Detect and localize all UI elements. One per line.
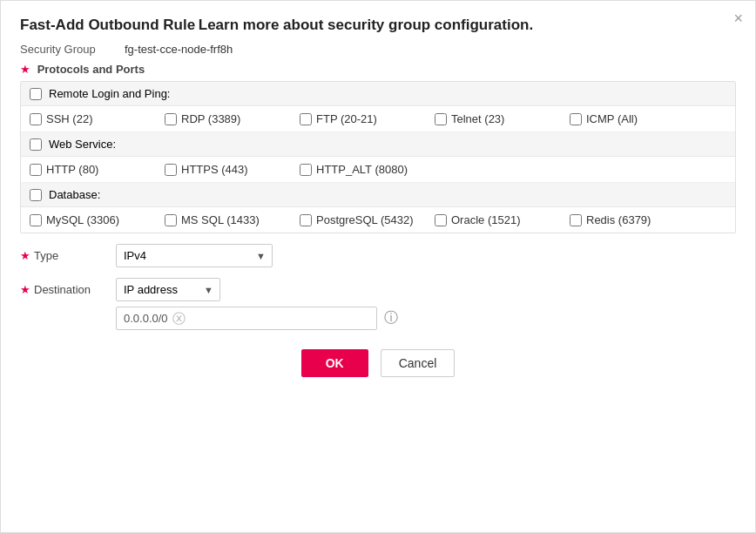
cancel-button[interactable]: Cancel: [381, 349, 456, 377]
type-select-wrapper: IPv4 IPv6 ▼: [116, 244, 273, 267]
destination-select-wrapper: IP address Security group Any ▼: [116, 278, 220, 301]
mssql-checkbox[interactable]: [165, 214, 177, 226]
ftp-item: FTP (20-21): [300, 112, 435, 125]
http-alt-checkbox[interactable]: [300, 164, 312, 176]
destination-label: Destination: [34, 283, 91, 296]
db-group-label: Database:: [49, 188, 100, 201]
oracle-item: Oracle (1521): [435, 213, 570, 226]
postgres-checkbox[interactable]: [300, 214, 312, 226]
postgres-label: PostgreSQL (5432): [316, 213, 414, 226]
oracle-checkbox[interactable]: [435, 214, 447, 226]
web-items-row: HTTP (80) HTTPS (443) HTTP_ALT (8080): [21, 157, 735, 183]
icmp-checkbox[interactable]: [570, 113, 582, 125]
rdp-checkbox[interactable]: [165, 113, 177, 125]
remote-group-label: Remote Login and Ping:: [49, 87, 170, 100]
ftp-label: FTP (20-21): [316, 112, 377, 125]
ip-input-box: 0.0.0.0/0 ⓧ: [116, 307, 377, 330]
type-required-mark: ★: [20, 249, 30, 262]
https-label: HTTPS (443): [181, 163, 248, 176]
ip-tag: 0.0.0.0/0 ⓧ: [124, 312, 186, 325]
ip-input-row: 0.0.0.0/0 ⓧ ⓘ: [116, 307, 736, 330]
ftp-checkbox[interactable]: [300, 113, 312, 125]
remote-group-checkbox[interactable]: [30, 88, 42, 100]
telnet-label: Telnet (23): [451, 112, 504, 125]
oracle-label: Oracle (1521): [451, 213, 520, 226]
telnet-item: Telnet (23): [435, 112, 570, 125]
destination-label-container: ★ Destination: [20, 283, 116, 296]
type-row: ★ Type IPv4 IPv6 ▼: [20, 244, 736, 267]
destination-row: ★ Destination IP address Security group …: [20, 278, 736, 301]
ip-value: 0.0.0.0/0: [124, 312, 168, 325]
http-item: HTTP (80): [30, 163, 165, 176]
rdp-item: RDP (3389): [165, 112, 300, 125]
rdp-label: RDP (3389): [181, 112, 240, 125]
protocols-section-label: Protocols and Ports: [37, 63, 145, 76]
type-label-container: ★ Type: [20, 249, 116, 262]
icmp-item: ICMP (All): [570, 112, 705, 125]
type-select[interactable]: IPv4 IPv6: [116, 244, 273, 267]
help-link[interactable]: Learn more about security group configur…: [199, 17, 533, 33]
remote-group-header: Remote Login and Ping:: [21, 82, 735, 106]
ssh-checkbox[interactable]: [30, 113, 42, 125]
icmp-label: ICMP (All): [586, 112, 638, 125]
web-group-checkbox[interactable]: [30, 138, 42, 151]
mssql-item: MS SQL (1433): [165, 213, 300, 226]
ssh-label: SSH (22): [46, 112, 92, 125]
destination-select[interactable]: IP address Security group Any: [116, 278, 220, 301]
db-group-checkbox[interactable]: [30, 189, 42, 201]
db-items-row: MySQL (3306) MS SQL (1433) PostgreSQL (5…: [21, 207, 735, 233]
https-checkbox[interactable]: [165, 164, 177, 176]
ip-clear-icon[interactable]: ⓧ: [172, 312, 186, 325]
http-alt-item: HTTP_ALT (8080): [300, 163, 435, 176]
mssql-label: MS SQL (1433): [181, 213, 260, 226]
dest-required-mark: ★: [20, 283, 30, 296]
web-group-label: Web Service:: [49, 138, 116, 151]
web-group-header: Web Service:: [21, 132, 735, 157]
postgres-item: PostgreSQL (5432): [300, 213, 435, 226]
ssh-item: SSH (22): [30, 112, 165, 125]
security-group-value: fg-test-cce-node-frf8h: [125, 43, 233, 56]
mysql-checkbox[interactable]: [30, 214, 42, 226]
protocols-box: Remote Login and Ping: SSH (22) RDP (338…: [20, 81, 736, 233]
redis-item: Redis (6379): [570, 213, 705, 226]
security-group-label: Security Group: [20, 43, 125, 56]
http-alt-label: HTTP_ALT (8080): [316, 163, 408, 176]
modal: × Fast-Add Outbound Rule Learn more abou…: [0, 0, 756, 533]
http-checkbox[interactable]: [30, 164, 42, 176]
http-label: HTTP (80): [46, 163, 98, 176]
close-button[interactable]: ×: [733, 10, 743, 28]
mysql-item: MySQL (3306): [30, 213, 165, 226]
type-label: Type: [34, 249, 58, 262]
redis-checkbox[interactable]: [570, 214, 582, 226]
redis-label: Redis (6379): [586, 213, 651, 226]
telnet-checkbox[interactable]: [435, 113, 447, 125]
help-icon[interactable]: ⓘ: [384, 309, 398, 327]
mysql-label: MySQL (3306): [46, 213, 119, 226]
https-item: HTTPS (443): [165, 163, 300, 176]
remote-items-row: SSH (22) RDP (3389) FTP (20-21) Telnet (…: [21, 106, 735, 132]
ok-button[interactable]: OK: [301, 349, 368, 377]
db-group-header: Database:: [21, 183, 735, 207]
security-group-row: Security Group fg-test-cce-node-frf8h: [20, 43, 736, 56]
protocols-required-mark: ★: [20, 63, 30, 76]
footer-row: OK Cancel: [20, 349, 736, 377]
modal-title: Fast-Add Outbound Rule: [20, 17, 195, 33]
